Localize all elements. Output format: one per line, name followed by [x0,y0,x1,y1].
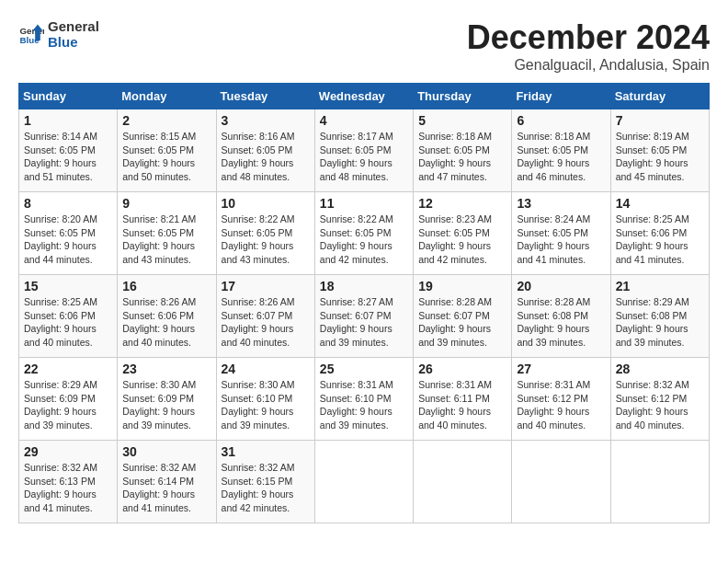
day-number: 8 [24,196,112,211]
day-number: 2 [122,113,210,128]
day-info: Sunrise: 8:25 AM Sunset: 6:06 PM Dayligh… [24,295,112,350]
day-number: 15 [24,279,112,293]
weekday-header-monday: Monday [118,84,216,109]
day-number: 29 [24,444,112,459]
day-number: 17 [222,279,310,293]
weekday-header-sunday: Sunday [19,84,118,109]
month-title: December 2024 [467,18,710,57]
title-area: December 2024 Genalguacil, Andalusia, Sp… [467,18,710,74]
weekday-header-row: SundayMondayTuesdayWednesdayThursdayFrid… [19,84,710,109]
day-number: 16 [122,279,210,293]
calendar-week-row: 22Sunrise: 8:29 AM Sunset: 6:09 PM Dayli… [19,358,710,441]
day-number: 11 [320,196,408,211]
calendar-cell: 29Sunrise: 8:32 AM Sunset: 6:13 PM Dayli… [19,441,118,523]
calendar-cell: 24Sunrise: 8:30 AM Sunset: 6:10 PM Dayli… [216,358,314,441]
calendar-cell: 17Sunrise: 8:26 AM Sunset: 6:07 PM Dayli… [216,275,314,358]
day-info: Sunrise: 8:15 AM Sunset: 6:05 PM Dayligh… [122,130,210,184]
calendar-cell [314,441,413,523]
day-info: Sunrise: 8:23 AM Sunset: 6:05 PM Dayligh… [418,213,506,267]
calendar-cell: 6Sunrise: 8:18 AM Sunset: 6:05 PM Daylig… [512,109,610,192]
day-info: Sunrise: 8:18 AM Sunset: 6:05 PM Dayligh… [418,130,506,184]
day-number: 7 [616,113,704,128]
day-info: Sunrise: 8:32 AM Sunset: 6:12 PM Dayligh… [616,378,704,432]
calendar-cell [610,441,709,523]
day-info: Sunrise: 8:26 AM Sunset: 6:07 PM Dayligh… [222,295,310,350]
day-info: Sunrise: 8:18 AM Sunset: 6:05 PM Dayligh… [517,130,605,184]
calendar-week-row: 15Sunrise: 8:25 AM Sunset: 6:06 PM Dayli… [19,275,710,358]
day-info: Sunrise: 8:31 AM Sunset: 6:10 PM Dayligh… [320,378,408,432]
day-info: Sunrise: 8:30 AM Sunset: 6:09 PM Dayligh… [122,378,210,432]
day-number: 27 [517,362,605,376]
calendar-cell [512,441,610,523]
day-info: Sunrise: 8:28 AM Sunset: 6:07 PM Dayligh… [418,295,506,350]
day-number: 31 [222,444,310,459]
day-info: Sunrise: 8:21 AM Sunset: 6:05 PM Dayligh… [122,213,210,267]
day-info: Sunrise: 8:32 AM Sunset: 6:13 PM Dayligh… [24,461,112,515]
day-number: 21 [616,279,704,293]
day-info: Sunrise: 8:14 AM Sunset: 6:05 PM Dayligh… [24,130,112,184]
day-info: Sunrise: 8:25 AM Sunset: 6:06 PM Dayligh… [616,213,704,267]
calendar-cell: 19Sunrise: 8:28 AM Sunset: 6:07 PM Dayli… [414,275,512,358]
calendar-week-row: 8Sunrise: 8:20 AM Sunset: 6:05 PM Daylig… [19,192,710,275]
day-info: Sunrise: 8:26 AM Sunset: 6:06 PM Dayligh… [122,295,210,350]
logo-blue: Blue [48,34,99,50]
day-info: Sunrise: 8:31 AM Sunset: 6:11 PM Dayligh… [418,378,506,432]
day-info: Sunrise: 8:30 AM Sunset: 6:10 PM Dayligh… [222,378,310,432]
day-number: 20 [517,279,605,293]
subtitle: Genalguacil, Andalusia, Spain [467,57,710,74]
header: General Blue General Blue December 2024 … [18,18,710,74]
weekday-header-thursday: Thursday [414,84,512,109]
day-number: 26 [418,362,506,376]
day-info: Sunrise: 8:32 AM Sunset: 6:14 PM Dayligh… [122,461,210,515]
calendar-cell: 15Sunrise: 8:25 AM Sunset: 6:06 PM Dayli… [19,275,118,358]
weekday-header-wednesday: Wednesday [314,84,413,109]
calendar-cell: 23Sunrise: 8:30 AM Sunset: 6:09 PM Dayli… [118,358,216,441]
calendar-cell: 9Sunrise: 8:21 AM Sunset: 6:05 PM Daylig… [118,192,216,275]
day-info: Sunrise: 8:22 AM Sunset: 6:05 PM Dayligh… [222,213,310,267]
day-number: 12 [418,196,506,211]
calendar-cell: 16Sunrise: 8:26 AM Sunset: 6:06 PM Dayli… [118,275,216,358]
calendar-cell: 20Sunrise: 8:28 AM Sunset: 6:08 PM Dayli… [512,275,610,358]
calendar-cell: 28Sunrise: 8:32 AM Sunset: 6:12 PM Dayli… [610,358,709,441]
calendar-cell: 31Sunrise: 8:32 AM Sunset: 6:15 PM Dayli… [216,441,314,523]
calendar-cell: 10Sunrise: 8:22 AM Sunset: 6:05 PM Dayli… [216,192,314,275]
day-info: Sunrise: 8:22 AM Sunset: 6:05 PM Dayligh… [320,213,408,267]
calendar-cell: 11Sunrise: 8:22 AM Sunset: 6:05 PM Dayli… [314,192,413,275]
logo-icon: General Blue [18,21,44,47]
calendar-cell: 14Sunrise: 8:25 AM Sunset: 6:06 PM Dayli… [610,192,709,275]
calendar-cell: 26Sunrise: 8:31 AM Sunset: 6:11 PM Dayli… [414,358,512,441]
calendar-week-row: 1Sunrise: 8:14 AM Sunset: 6:05 PM Daylig… [19,109,710,192]
day-number: 22 [24,362,112,376]
day-number: 28 [616,362,704,376]
day-info: Sunrise: 8:19 AM Sunset: 6:05 PM Dayligh… [616,130,704,184]
day-number: 10 [222,196,310,211]
calendar-cell: 2Sunrise: 8:15 AM Sunset: 6:05 PM Daylig… [118,109,216,192]
calendar-cell: 27Sunrise: 8:31 AM Sunset: 6:12 PM Dayli… [512,358,610,441]
weekday-header-friday: Friday [512,84,610,109]
day-number: 5 [418,113,506,128]
calendar-cell: 12Sunrise: 8:23 AM Sunset: 6:05 PM Dayli… [414,192,512,275]
day-number: 24 [222,362,310,376]
day-number: 1 [24,113,112,128]
day-info: Sunrise: 8:20 AM Sunset: 6:05 PM Dayligh… [24,213,112,267]
day-info: Sunrise: 8:29 AM Sunset: 6:08 PM Dayligh… [616,295,704,350]
day-info: Sunrise: 8:31 AM Sunset: 6:12 PM Dayligh… [517,378,605,432]
weekday-header-tuesday: Tuesday [216,84,314,109]
calendar-cell: 18Sunrise: 8:27 AM Sunset: 6:07 PM Dayli… [314,275,413,358]
calendar-table: SundayMondayTuesdayWednesdayThursdayFrid… [18,83,710,523]
day-info: Sunrise: 8:32 AM Sunset: 6:15 PM Dayligh… [222,461,310,515]
day-info: Sunrise: 8:29 AM Sunset: 6:09 PM Dayligh… [24,378,112,432]
day-number: 9 [122,196,210,211]
calendar-cell: 3Sunrise: 8:16 AM Sunset: 6:05 PM Daylig… [216,109,314,192]
day-number: 3 [222,113,310,128]
calendar-cell: 13Sunrise: 8:24 AM Sunset: 6:05 PM Dayli… [512,192,610,275]
calendar-cell: 7Sunrise: 8:19 AM Sunset: 6:05 PM Daylig… [610,109,709,192]
calendar-cell: 30Sunrise: 8:32 AM Sunset: 6:14 PM Dayli… [118,441,216,523]
day-info: Sunrise: 8:24 AM Sunset: 6:05 PM Dayligh… [517,213,605,267]
calendar-cell: 25Sunrise: 8:31 AM Sunset: 6:10 PM Dayli… [314,358,413,441]
day-info: Sunrise: 8:27 AM Sunset: 6:07 PM Dayligh… [320,295,408,350]
calendar-week-row: 29Sunrise: 8:32 AM Sunset: 6:13 PM Dayli… [19,441,710,523]
day-info: Sunrise: 8:28 AM Sunset: 6:08 PM Dayligh… [517,295,605,350]
calendar-cell [414,441,512,523]
day-info: Sunrise: 8:16 AM Sunset: 6:05 PM Dayligh… [222,130,310,184]
